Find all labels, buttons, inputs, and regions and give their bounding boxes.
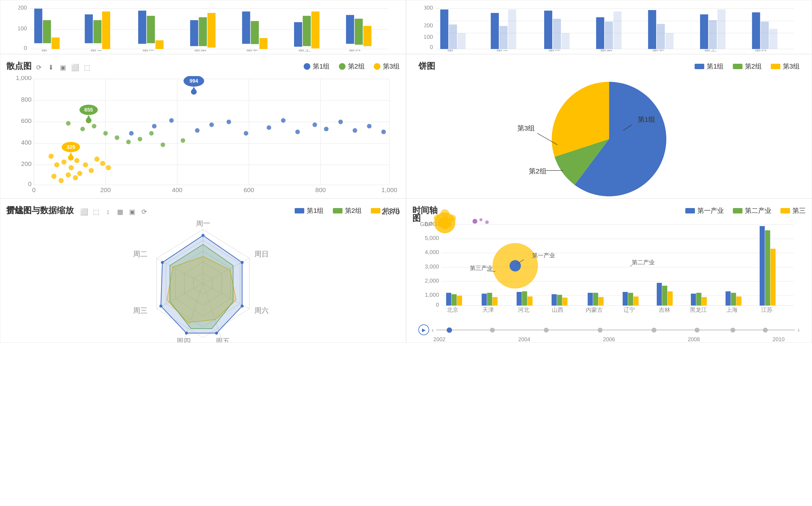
svg-text:周五: 周五 — [246, 49, 259, 52]
svg-point-102 — [267, 125, 271, 130]
svg-rect-11 — [102, 11, 110, 49]
svg-point-147 — [68, 155, 74, 161]
svg-point-141 — [66, 172, 71, 177]
scatter-title: 散点图 — [6, 61, 31, 72]
svg-text:994: 994 — [190, 78, 198, 84]
fullscreen-icon[interactable]: ⬚ — [83, 64, 91, 72]
pie-chart-panel: 饼图 第1组 第2组 第3组 — [406, 54, 812, 198]
svg-rect-47 — [508, 10, 516, 49]
svg-text:800: 800 — [21, 96, 31, 103]
svg-point-100 — [227, 120, 231, 124]
svg-point-101 — [244, 131, 248, 136]
svg-rect-55 — [657, 24, 665, 49]
svg-rect-16 — [199, 17, 207, 46]
svg-rect-57 — [700, 14, 708, 49]
svg-text:100: 100 — [424, 34, 433, 40]
svg-text:0: 0 — [430, 44, 433, 50]
svg-rect-7 — [43, 20, 51, 43]
svg-text:周日: 周日 — [754, 49, 767, 52]
svg-point-131 — [61, 159, 67, 164]
scatter-svg: 1,000 800 600 400 200 0 0 200 400 600 80… — [6, 76, 400, 196]
download-icon[interactable]: ⬇ — [47, 64, 55, 72]
expand2-icon[interactable]: ⬚ — [92, 208, 100, 216]
bar-chart-2-svg: 300 200 100 0 — [424, 3, 800, 52]
svg-rect-14 — [155, 40, 164, 49]
svg-point-110 — [381, 130, 386, 134]
svg-point-104 — [295, 130, 300, 134]
svg-rect-25 — [355, 19, 363, 45]
svg-text:0: 0 — [28, 180, 31, 187]
svg-text:周一: 周一 — [41, 49, 54, 52]
svg-point-122 — [149, 131, 153, 136]
svg-rect-51 — [596, 17, 604, 49]
svg-point-140 — [59, 178, 64, 183]
svg-point-96 — [152, 124, 156, 129]
svg-point-119 — [115, 135, 119, 140]
refresh2-icon[interactable]: ⟳ — [140, 208, 148, 216]
svg-text:100: 100 — [18, 25, 27, 31]
svg-point-124 — [181, 138, 185, 143]
bottom-right-title: 图 — [412, 213, 421, 224]
expand-icon[interactable]: ⬜ — [71, 64, 79, 72]
svg-rect-44 — [458, 33, 466, 49]
svg-point-117 — [92, 124, 96, 129]
svg-point-120 — [126, 140, 131, 144]
bubble-preview-svg — [421, 205, 511, 235]
svg-point-251 — [473, 219, 477, 224]
svg-point-95 — [129, 131, 134, 136]
svg-rect-18 — [242, 11, 250, 44]
refresh-icon[interactable]: ⟳ — [35, 64, 43, 72]
svg-rect-22 — [303, 16, 311, 46]
svg-text:400: 400 — [172, 186, 182, 193]
svg-point-130 — [54, 162, 59, 167]
pie-title: 饼图 — [418, 61, 435, 72]
svg-rect-21 — [294, 22, 302, 47]
svg-rect-54 — [648, 10, 656, 49]
svg-rect-13 — [147, 16, 155, 43]
save-icon[interactable]: ▣ — [59, 64, 67, 72]
svg-text:600: 600 — [21, 117, 31, 124]
svg-rect-10 — [93, 20, 102, 43]
zoom-icon[interactable]: ↕ — [104, 208, 112, 216]
save2-icon[interactable]: ▣ — [128, 208, 136, 216]
pie-title-row: 饼图 第1组 第2组 第3组 — [418, 61, 800, 75]
svg-text:200: 200 — [18, 4, 27, 11]
svg-rect-46 — [499, 26, 508, 49]
svg-rect-45 — [491, 13, 499, 49]
svg-text:周日: 周日 — [348, 49, 361, 52]
svg-point-133 — [74, 158, 79, 163]
svg-text:200: 200 — [424, 22, 433, 28]
svg-point-252 — [479, 218, 482, 221]
svg-text:200: 200 — [100, 186, 111, 193]
svg-rect-58 — [709, 20, 717, 49]
svg-point-109 — [367, 124, 371, 129]
bar-chart-2-panel: 300 200 100 0 — [406, 0, 812, 54]
svg-rect-43 — [449, 24, 457, 49]
bottom-value: 2,370 — [382, 208, 400, 216]
scatter-toolbar: ⟳ ⬇ ▣ ⬜ ⬚ — [35, 64, 91, 72]
expand1-icon[interactable]: ⬜ — [80, 208, 88, 216]
scatter-legend: 第1组 第2组 第3组 — [304, 62, 400, 71]
svg-point-139 — [52, 174, 57, 179]
svg-point-138 — [106, 165, 111, 170]
svg-text:周六: 周六 — [704, 49, 717, 52]
svg-rect-15 — [190, 20, 198, 46]
svg-point-129 — [49, 154, 54, 159]
svg-rect-23 — [312, 11, 320, 49]
svg-point-249 — [434, 215, 441, 222]
svg-text:周六: 周六 — [298, 49, 311, 52]
svg-point-248 — [440, 209, 449, 218]
pie-svg: 第1组 第2组 第3组 — [418, 76, 800, 196]
svg-point-98 — [195, 128, 200, 133]
svg-text:300: 300 — [424, 4, 433, 11]
svg-text:1,000: 1,000 — [16, 76, 31, 81]
svg-point-116 — [80, 127, 85, 132]
svg-rect-9 — [85, 14, 93, 43]
svg-point-135 — [89, 168, 94, 173]
bar-icon[interactable]: ▦ — [116, 208, 124, 216]
svg-point-250 — [449, 215, 456, 222]
svg-rect-48 — [544, 10, 552, 49]
bar-chart-1-svg: 200 100 0 — [18, 3, 394, 52]
bar-chart-1-panel: 200 100 0 — [0, 0, 406, 54]
svg-text:第2组: 第2组 — [529, 167, 547, 175]
